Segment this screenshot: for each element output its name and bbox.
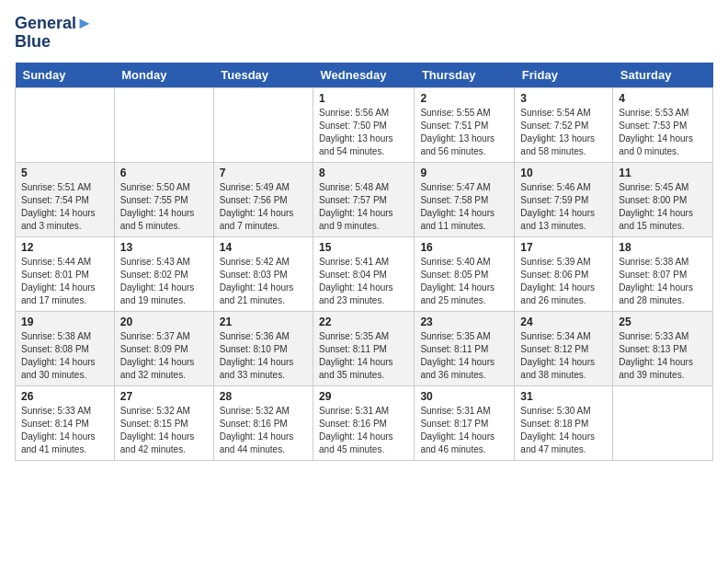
calendar-cell (213, 87, 313, 162)
calendar-cell: 2Sunrise: 5:55 AMSunset: 7:51 PMDaylight… (415, 87, 515, 162)
cell-content: Sunrise: 5:51 AMSunset: 7:54 PMDaylight:… (21, 181, 108, 233)
cell-content: Sunrise: 5:34 AMSunset: 8:12 PMDaylight:… (520, 330, 607, 382)
week-row-1: 1Sunrise: 5:56 AMSunset: 7:50 PMDaylight… (16, 87, 713, 162)
cell-content: Sunrise: 5:31 AMSunset: 8:17 PMDaylight:… (420, 405, 508, 456)
day-number: 17 (520, 241, 607, 254)
calendar-table: SundayMondayTuesdayWednesdayThursdayFrid… (15, 63, 713, 461)
day-number: 7 (220, 167, 307, 179)
cell-content: Sunrise: 5:31 AMSunset: 8:16 PMDaylight:… (319, 405, 408, 456)
cell-content: Sunrise: 5:36 AMSunset: 8:10 PMDaylight:… (220, 330, 307, 382)
calendar-cell (613, 385, 713, 460)
cell-content: Sunrise: 5:46 AMSunset: 7:59 PMDaylight:… (520, 181, 607, 233)
cell-content: Sunrise: 5:41 AMSunset: 8:04 PMDaylight:… (319, 256, 408, 307)
calendar-cell: 31Sunrise: 5:30 AMSunset: 8:18 PMDayligh… (515, 385, 613, 460)
calendar-cell: 8Sunrise: 5:48 AMSunset: 7:57 PMDaylight… (313, 162, 415, 236)
calendar-cell: 6Sunrise: 5:50 AMSunset: 7:55 PMDaylight… (114, 162, 213, 236)
day-number: 11 (619, 167, 707, 179)
logo: General►Blue (15, 15, 93, 52)
day-number: 23 (420, 316, 508, 328)
cell-content: Sunrise: 5:53 AMSunset: 7:53 PMDaylight:… (619, 107, 707, 158)
calendar-cell: 16Sunrise: 5:40 AMSunset: 8:05 PMDayligh… (415, 236, 515, 311)
day-number: 10 (520, 167, 607, 179)
header-tuesday: Tuesday (213, 63, 313, 88)
calendar-cell: 15Sunrise: 5:41 AMSunset: 8:04 PMDayligh… (313, 236, 415, 311)
cell-content: Sunrise: 5:54 AMSunset: 7:52 PMDaylight:… (520, 107, 607, 158)
day-number: 24 (520, 316, 607, 328)
cell-content: Sunrise: 5:40 AMSunset: 8:05 PMDaylight:… (420, 256, 508, 307)
calendar-cell: 12Sunrise: 5:44 AMSunset: 8:01 PMDayligh… (16, 236, 115, 311)
day-number: 13 (120, 241, 208, 254)
calendar-cell: 27Sunrise: 5:32 AMSunset: 8:15 PMDayligh… (114, 385, 213, 460)
calendar-cell: 20Sunrise: 5:37 AMSunset: 8:09 PMDayligh… (114, 311, 213, 385)
cell-content: Sunrise: 5:38 AMSunset: 8:08 PMDaylight:… (21, 330, 108, 382)
calendar-cell: 26Sunrise: 5:33 AMSunset: 8:14 PMDayligh… (16, 385, 115, 460)
cell-content: Sunrise: 5:37 AMSunset: 8:09 PMDaylight:… (120, 330, 208, 382)
calendar-cell: 4Sunrise: 5:53 AMSunset: 7:53 PMDaylight… (613, 87, 713, 162)
day-number: 6 (120, 167, 208, 179)
day-number: 16 (420, 241, 508, 254)
calendar-cell: 28Sunrise: 5:32 AMSunset: 8:16 PMDayligh… (213, 385, 313, 460)
day-number: 12 (21, 241, 108, 254)
cell-content: Sunrise: 5:43 AMSunset: 8:02 PMDaylight:… (120, 256, 208, 307)
day-number: 4 (619, 92, 707, 105)
calendar-cell: 30Sunrise: 5:31 AMSunset: 8:17 PMDayligh… (415, 385, 515, 460)
calendar-cell: 1Sunrise: 5:56 AMSunset: 7:50 PMDaylight… (313, 87, 415, 162)
calendar-cell: 3Sunrise: 5:54 AMSunset: 7:52 PMDaylight… (515, 87, 613, 162)
day-number: 2 (420, 92, 508, 105)
day-number: 30 (420, 390, 508, 403)
header-saturday: Saturday (613, 63, 713, 88)
day-number: 31 (520, 390, 607, 403)
calendar-header-row: SundayMondayTuesdayWednesdayThursdayFrid… (16, 63, 713, 88)
header-wednesday: Wednesday (313, 63, 415, 88)
day-number: 25 (619, 316, 707, 328)
cell-content: Sunrise: 5:49 AMSunset: 7:56 PMDaylight:… (220, 181, 307, 233)
calendar-cell: 25Sunrise: 5:33 AMSunset: 8:13 PMDayligh… (613, 311, 713, 385)
calendar-cell: 23Sunrise: 5:35 AMSunset: 8:11 PMDayligh… (415, 311, 515, 385)
calendar-cell: 11Sunrise: 5:45 AMSunset: 8:00 PMDayligh… (613, 162, 713, 236)
calendar-cell (16, 87, 115, 162)
day-number: 20 (120, 316, 208, 328)
calendar-cell (114, 87, 213, 162)
cell-content: Sunrise: 5:45 AMSunset: 8:00 PMDaylight:… (619, 181, 707, 233)
week-row-5: 26Sunrise: 5:33 AMSunset: 8:14 PMDayligh… (16, 385, 713, 460)
cell-content: Sunrise: 5:38 AMSunset: 8:07 PMDaylight:… (619, 256, 707, 307)
cell-content: Sunrise: 5:48 AMSunset: 7:57 PMDaylight:… (319, 181, 408, 233)
week-row-3: 12Sunrise: 5:44 AMSunset: 8:01 PMDayligh… (16, 236, 713, 311)
cell-content: Sunrise: 5:35 AMSunset: 8:11 PMDaylight:… (420, 330, 508, 382)
day-number: 22 (319, 316, 408, 328)
day-number: 26 (21, 390, 108, 403)
calendar-cell: 19Sunrise: 5:38 AMSunset: 8:08 PMDayligh… (16, 311, 115, 385)
day-number: 21 (220, 316, 307, 328)
day-number: 3 (520, 92, 607, 105)
header-thursday: Thursday (415, 63, 515, 88)
day-number: 28 (220, 390, 307, 403)
day-number: 9 (420, 167, 508, 179)
cell-content: Sunrise: 5:42 AMSunset: 8:03 PMDaylight:… (220, 256, 307, 307)
header-monday: Monday (114, 63, 213, 88)
cell-content: Sunrise: 5:55 AMSunset: 7:51 PMDaylight:… (420, 107, 508, 158)
day-number: 18 (619, 241, 707, 254)
logo-text: General►Blue (15, 15, 93, 52)
cell-content: Sunrise: 5:33 AMSunset: 8:14 PMDaylight:… (21, 405, 108, 456)
calendar-cell: 24Sunrise: 5:34 AMSunset: 8:12 PMDayligh… (515, 311, 613, 385)
calendar-cell: 18Sunrise: 5:38 AMSunset: 8:07 PMDayligh… (613, 236, 713, 311)
cell-content: Sunrise: 5:32 AMSunset: 8:16 PMDaylight:… (220, 405, 307, 456)
calendar-cell: 14Sunrise: 5:42 AMSunset: 8:03 PMDayligh… (213, 236, 313, 311)
day-number: 15 (319, 241, 408, 254)
day-number: 1 (319, 92, 408, 105)
day-number: 19 (21, 316, 108, 328)
cell-content: Sunrise: 5:50 AMSunset: 7:55 PMDaylight:… (120, 181, 208, 233)
header-friday: Friday (515, 63, 613, 88)
calendar-cell: 7Sunrise: 5:49 AMSunset: 7:56 PMDaylight… (213, 162, 313, 236)
cell-content: Sunrise: 5:39 AMSunset: 8:06 PMDaylight:… (520, 256, 607, 307)
calendar-cell: 29Sunrise: 5:31 AMSunset: 8:16 PMDayligh… (313, 385, 415, 460)
calendar-cell: 5Sunrise: 5:51 AMSunset: 7:54 PMDaylight… (16, 162, 115, 236)
calendar-cell: 13Sunrise: 5:43 AMSunset: 8:02 PMDayligh… (114, 236, 213, 311)
calendar-cell: 9Sunrise: 5:47 AMSunset: 7:58 PMDaylight… (415, 162, 515, 236)
calendar-cell: 21Sunrise: 5:36 AMSunset: 8:10 PMDayligh… (213, 311, 313, 385)
day-number: 14 (220, 241, 307, 254)
day-number: 29 (319, 390, 408, 403)
calendar-cell: 10Sunrise: 5:46 AMSunset: 7:59 PMDayligh… (515, 162, 613, 236)
day-number: 5 (21, 167, 108, 179)
day-number: 8 (319, 167, 408, 179)
